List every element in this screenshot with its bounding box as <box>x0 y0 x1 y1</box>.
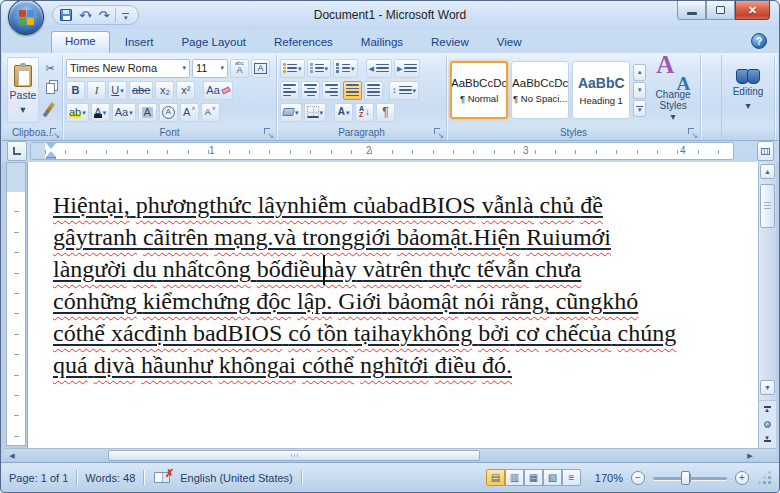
save-button[interactable] <box>59 9 73 21</box>
vertical-ruler[interactable] <box>6 162 26 446</box>
proofing-errors-icon[interactable]: ✗ <box>154 472 170 483</box>
language-indicator[interactable]: English (United States) <box>180 472 293 484</box>
close-button[interactable]: ✕ <box>735 1 770 20</box>
enclose-characters-button[interactable]: A <box>159 103 178 122</box>
format-painter-button[interactable] <box>41 99 59 117</box>
align-right-button[interactable] <box>322 81 341 100</box>
scroll-left-button[interactable]: ◀ <box>5 450 19 461</box>
restore-button[interactable] <box>706 1 735 20</box>
style-normal[interactable]: AaBbCcDc ¶ Normal <box>450 61 508 119</box>
page-indicator[interactable]: Page: 1 of 1 <box>9 472 68 484</box>
full-screen-reading-view-button[interactable]: ▥ <box>505 469 524 486</box>
scroll-up-button[interactable]: ▲ <box>760 164 775 179</box>
clear-formatting-button[interactable]: Aa <box>203 81 232 100</box>
highlight-color-button[interactable]: ab▾ <box>66 103 89 122</box>
next-page-button[interactable]: ▼ <box>761 433 774 445</box>
subscript-button[interactable]: x₂ <box>155 81 174 100</box>
increase-indent-button[interactable]: ▶ <box>394 59 420 78</box>
horizontal-scroll-thumb[interactable] <box>108 450 480 461</box>
bold-button[interactable]: B <box>66 81 85 100</box>
tab-references[interactable]: References <box>261 32 346 53</box>
style-no-spacing[interactable]: AaBbCcDc ¶ No Spaci... <box>511 61 569 119</box>
tab-insert[interactable]: Insert <box>112 32 167 53</box>
style-heading-1[interactable]: AaBbC Heading 1 <box>572 61 630 119</box>
asian-layout-button[interactable]: A▾ <box>334 103 353 122</box>
zoom-level[interactable]: 170% <box>595 472 623 484</box>
font-size-combo[interactable]: 11 ▾ <box>192 59 228 78</box>
zoom-out-button[interactable]: − <box>631 471 645 485</box>
change-case-button[interactable]: Aa▾ <box>112 103 136 122</box>
show-hide-marks-button[interactable]: ¶ <box>376 103 395 122</box>
vertical-scroll-thumb[interactable] <box>760 184 775 228</box>
distribute-button[interactable] <box>364 81 383 100</box>
strikethrough-button[interactable]: abe <box>129 81 153 100</box>
tab-page-layout[interactable]: Page Layout <box>168 32 259 53</box>
tab-home[interactable]: Home <box>51 31 110 53</box>
numbering-button[interactable]: ▾ <box>307 59 332 78</box>
zoom-slider-thumb[interactable] <box>681 471 690 485</box>
paste-button[interactable]: Paste ▾ <box>7 57 39 123</box>
print-layout-view-button[interactable]: ▤ <box>486 469 505 486</box>
underline-button[interactable]: U▾ <box>108 81 127 100</box>
tab-view[interactable]: View <box>484 32 535 53</box>
paragraph-dialog-launcher[interactable] <box>434 128 443 137</box>
cut-button[interactable]: ✂ <box>41 59 59 77</box>
line-spacing-button[interactable]: ↕▾ <box>389 81 419 100</box>
multilevel-list-button[interactable]: ▾ <box>333 59 358 78</box>
shrink-font-button[interactable]: A˅ <box>201 103 220 122</box>
italic-button[interactable]: I <box>87 81 106 100</box>
tab-mailings[interactable]: Mailings <box>348 32 416 53</box>
editing-button[interactable]: Editing ▾ <box>725 57 771 123</box>
draft-view-button[interactable]: ≡ <box>562 469 581 486</box>
document-page[interactable]: Hiệntại, phươngthức lâynhiễm củabadBIOS … <box>28 162 758 448</box>
web-layout-view-button[interactable]: ▦ <box>524 469 543 486</box>
superscript-button[interactable]: x² <box>176 81 195 100</box>
previous-page-button[interactable]: ▲ <box>761 403 774 415</box>
clipboard-dialog-launcher[interactable] <box>50 128 59 137</box>
undo-button[interactable]: ↶▾ <box>78 9 92 22</box>
justify-button[interactable] <box>343 81 362 100</box>
styles-scroll-up-button[interactable]: ▲ <box>633 64 646 81</box>
align-center-button[interactable] <box>301 81 320 100</box>
horizontal-scrollbar[interactable]: ◀ ▶ <box>4 448 776 462</box>
copy-button[interactable] <box>41 79 59 97</box>
select-browse-object-button[interactable] <box>761 418 774 430</box>
customize-qat-button[interactable]: ▾ <box>121 11 130 20</box>
align-left-button[interactable] <box>280 81 299 100</box>
character-shading-button[interactable]: A <box>138 103 157 122</box>
grow-font-button[interactable]: A˄ <box>180 103 199 122</box>
font-color-button[interactable]: A▾ <box>91 103 110 122</box>
view-ruler-toggle-button[interactable] <box>757 141 774 161</box>
borders-button[interactable]: ▾ <box>304 103 327 122</box>
tab-review[interactable]: Review <box>418 32 482 53</box>
shading-button[interactable]: ▾ <box>280 103 302 122</box>
office-button[interactable] <box>8 0 44 35</box>
scroll-right-button[interactable]: ▶ <box>743 450 757 461</box>
tab-stop-selector[interactable] <box>7 141 27 161</box>
vertical-scrollbar[interactable]: ▲ ▼ ▲ ▼ <box>758 162 776 448</box>
window-controls: ✕ <box>677 1 770 20</box>
outline-view-button[interactable]: ▧ <box>543 469 562 486</box>
redo-button[interactable]: ↷ <box>97 9 110 22</box>
styles-more-button[interactable]: ▼ <box>633 100 646 117</box>
character-border-button[interactable]: A <box>251 59 270 78</box>
sort-button[interactable]: AZ↓ <box>355 103 374 122</box>
word-count[interactable]: Words: 48 <box>85 472 135 484</box>
zoom-in-button[interactable]: + <box>735 471 749 485</box>
zoom-slider[interactable] <box>653 471 727 485</box>
minimize-button[interactable] <box>677 1 706 20</box>
bullets-button[interactable]: ▾ <box>280 59 305 78</box>
document-text[interactable]: Hiệntại, phươngthức lâynhiễm củabadBIOS … <box>53 189 676 381</box>
indent-markers[interactable] <box>46 143 56 160</box>
font-dialog-launcher[interactable] <box>264 128 273 137</box>
help-button[interactable]: ? <box>751 33 767 49</box>
styles-dialog-launcher[interactable] <box>688 128 697 137</box>
horizontal-ruler[interactable]: 1 2 3 4 <box>30 142 734 160</box>
change-styles-button[interactable]: AA Change Styles ▾ <box>649 59 697 122</box>
font-name-combo[interactable]: Times New Roma ▾ <box>66 59 190 78</box>
resize-grip[interactable] <box>759 472 771 484</box>
phonetic-guide-button[interactable]: abcA <box>230 59 249 78</box>
scroll-down-button[interactable]: ▼ <box>760 380 775 395</box>
decrease-indent-button[interactable]: ◀ <box>366 59 392 78</box>
styles-scroll-down-button[interactable]: ▼ <box>633 82 646 99</box>
